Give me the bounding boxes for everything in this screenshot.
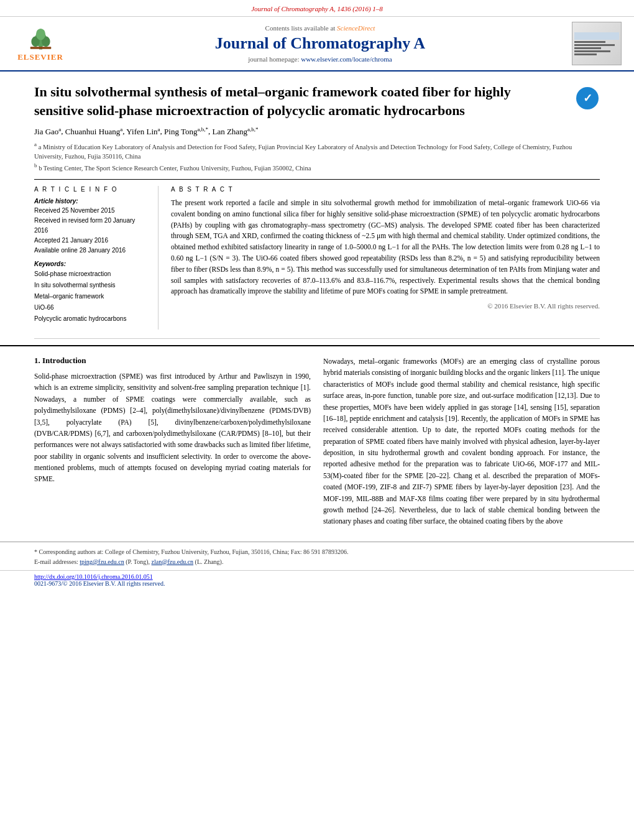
elsevier-logo: ELSEVIER — [12, 25, 68, 62]
doi-section: http://dx.doi.org/10.1016/j.chroma.2016.… — [0, 570, 634, 589]
svg-rect-5 — [30, 47, 51, 48]
crossmark-badge: ✓ — [575, 86, 600, 111]
abstract-text: The present work reported a facile and s… — [171, 198, 600, 297]
keywords-list: Solid-phase microextraction In situ solv… — [34, 269, 149, 325]
authors-line: Jia Gaoa, Chuanhui Huanga, Yifen Lina, P… — [34, 126, 600, 136]
article-info-column: A R T I C L E I N F O Article history: R… — [34, 186, 158, 330]
journal-homepage: journal homepage: www.elsevier.com/locat… — [68, 55, 572, 63]
introduction-paragraph-1: Solid-phase microextraction (SPME) was f… — [34, 371, 311, 485]
journal-header: ELSEVIER Contents lists available at Sci… — [0, 17, 634, 72]
article-section: In situ solvothermal synthesis of metal–… — [0, 72, 634, 336]
sciencedirect-line: Contents lists available at ScienceDirec… — [68, 24, 572, 32]
footnote-section: * Corresponding authors at: College of C… — [0, 542, 634, 570]
introduction-column: 1. Introduction Solid-phase microextract… — [34, 356, 311, 532]
main-content: 1. Introduction Solid-phase microextract… — [0, 345, 634, 542]
revised-date: Received in revised form 20 January 2016 — [34, 216, 149, 236]
keywords-section: Keywords: Solid-phase microextraction In… — [34, 261, 149, 325]
author-2: Chuanhui Huanga — [65, 127, 122, 136]
keyword-1: Solid-phase microextraction — [34, 269, 149, 280]
article-info-abstract: A R T I C L E I N F O Article history: R… — [34, 179, 600, 330]
svg-text:✓: ✓ — [583, 92, 592, 104]
received-date: Received 25 November 2015 — [34, 206, 149, 216]
article-title: In situ solvothermal synthesis of metal–… — [34, 83, 575, 119]
journal-citation: Journal of Chromatography A, 1436 (2016)… — [251, 5, 383, 12]
elsevier-text: ELSEVIER — [17, 52, 63, 62]
email-zhang[interactable]: zlan@fzu.edu.cn — [152, 558, 194, 565]
article-info-heading: A R T I C L E I N F O — [34, 186, 149, 193]
history-label: Article history: — [34, 198, 149, 205]
affiliations: a a Ministry of Education Key Laboratory… — [34, 141, 600, 173]
author-4: Ping Tonga,b,* — [164, 127, 208, 136]
article-title-area: In situ solvothermal synthesis of metal–… — [34, 83, 600, 119]
abstract-heading: A B S T R A C T — [171, 186, 600, 193]
affiliation-b: b b Testing Center, The Sport Science Re… — [34, 162, 600, 173]
journal-homepage-link[interactable]: www.elsevier.com/locate/chroma — [301, 55, 392, 63]
journal-title: Journal of Chromatography A — [68, 34, 572, 53]
keyword-3: Metal–organic framework — [34, 291, 149, 302]
keyword-4: UiO-66 — [34, 302, 149, 313]
issn-line: 0021-9673/© 2016 Elsevier B.V. All right… — [34, 580, 165, 587]
author-5: Lan Zhanga,b,* — [212, 127, 258, 136]
introduction-title: 1. Introduction — [34, 356, 311, 366]
author-1: Jia Gaoa — [34, 127, 61, 136]
footnote-corresponding: * Corresponding authors at: College of C… — [34, 547, 600, 557]
journal-title-section: Contents lists available at ScienceDirec… — [68, 24, 572, 63]
keywords-label: Keywords: — [34, 261, 149, 267]
online-date: Available online 28 January 2016 — [34, 246, 149, 256]
article-history: Article history: Received 25 November 20… — [34, 198, 149, 256]
journal-citation-header: Journal of Chromatography A, 1436 (2016)… — [0, 0, 634, 17]
sciencedirect-link[interactable]: ScienceDirect — [337, 24, 375, 32]
author-3: Yifen Lina — [126, 127, 160, 136]
keyword-5: Polycyclic aromatic hydrocarbons — [34, 313, 149, 325]
footnote-email: E-mail addresses: tping@fzu.edu.cn (P. T… — [34, 557, 600, 567]
doi-link[interactable]: http://dx.doi.org/10.1016/j.chroma.2016.… — [34, 573, 153, 580]
right-col-paragraph: Nowadays, metal–organic frameworks (MOFs… — [323, 356, 600, 527]
svg-point-4 — [35, 29, 45, 40]
abstract-column: A B S T R A C T The present work reporte… — [171, 186, 600, 330]
section-divider — [34, 338, 600, 339]
copyright-line: © 2016 Elsevier B.V. All rights reserved… — [171, 302, 600, 310]
journal-thumbnail — [572, 22, 622, 65]
keyword-2: In situ solvothermal synthesis — [34, 280, 149, 291]
email-tong[interactable]: tping@fzu.edu.cn — [80, 558, 124, 565]
accepted-date: Accepted 21 January 2016 — [34, 236, 149, 246]
affiliation-a: a a Ministry of Education Key Laboratory… — [34, 141, 600, 162]
right-column: Nowadays, metal–organic frameworks (MOFs… — [323, 356, 600, 532]
